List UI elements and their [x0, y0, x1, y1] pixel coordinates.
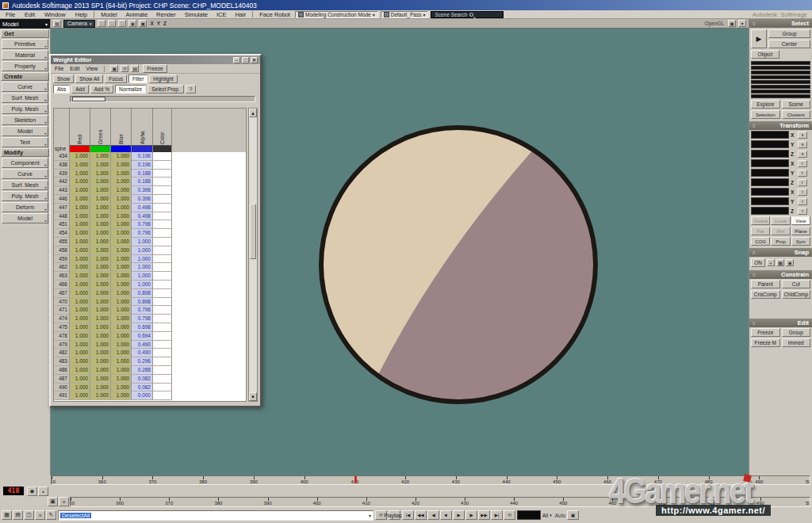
transform-value-field[interactable] [751, 207, 789, 215]
all-dropdown[interactable]: All ▾ [542, 513, 552, 518]
cell-rgb-value[interactable]: 1.000 [111, 366, 132, 375]
table-row[interactable]: 4661.0001.0001.0001.000 [54, 281, 246, 289]
cell-rgb-value[interactable]: 1.000 [111, 306, 132, 315]
cell-rgb-value[interactable]: 1.000 [90, 391, 111, 400]
we-abs-button[interactable]: Abs [53, 85, 70, 94]
menu-window[interactable]: Window [42, 11, 68, 18]
construction-mode-dropdown[interactable]: Modeling Construction Mode ▾ [295, 11, 378, 18]
sidebar-item-primitive[interactable]: Primitive▸ [2, 39, 48, 49]
explore-button[interactable]: Explore [751, 100, 780, 109]
sidebar-item-deform[interactable]: Deform▸ [2, 202, 48, 212]
column-header-color[interactable]: Color [153, 109, 172, 152]
viewport-resize-icon[interactable]: ▣ [728, 20, 736, 27]
chldcomp-button[interactable]: ChldComp [782, 290, 811, 299]
menu-edit[interactable]: Edit [22, 11, 37, 18]
cell-rgb-value[interactable]: 1.000 [90, 161, 111, 170]
scene-search-input[interactable]: Scene Search [431, 11, 504, 18]
sidebar-item-poly-mesh[interactable]: Poly. Mesh▸ [2, 191, 48, 201]
cell-rgb-value[interactable]: 1.000 [70, 323, 90, 332]
cell-alpha-value[interactable]: 0.898 [132, 289, 153, 298]
cell-color[interactable] [153, 263, 172, 272]
cell-rgb-value[interactable]: 1.000 [90, 357, 111, 366]
cell-color[interactable] [153, 315, 172, 323]
snap-grid-icon[interactable]: ▦ [776, 259, 784, 266]
cell-rgb-value[interactable]: 1.000 [111, 238, 132, 246]
cell-rgb-value[interactable]: 1.000 [90, 384, 111, 392]
prev-frame-button[interactable]: ◀ [427, 510, 439, 520]
axis-toggle-x[interactable]: X [149, 21, 154, 26]
menu-render[interactable]: Render [154, 11, 178, 18]
table-row[interactable]: 4631.0001.0001.0001.000 [54, 272, 246, 281]
cell-alpha-value[interactable]: 0.188 [132, 170, 153, 178]
cell-color[interactable] [153, 298, 172, 307]
cell-rgb-value[interactable]: 1.000 [111, 229, 132, 238]
we-filter-button[interactable]: Filter [128, 74, 147, 83]
filter-bar[interactable] [751, 71, 810, 74]
menu-hair[interactable]: Hair [232, 11, 248, 18]
cell-rgb-value[interactable]: 1.000 [111, 384, 132, 392]
cell-rgb-value[interactable]: 1.000 [70, 281, 90, 289]
table-row[interactable]: 4831.0001.0001.0000.296 [54, 357, 246, 366]
transform-tool-button-r[interactable]: r [798, 179, 807, 186]
table-row[interactable]: 4421.0001.0001.0000.188 [54, 178, 246, 186]
cell-alpha-value[interactable]: 0.490 [132, 349, 153, 357]
group-button[interactable]: Group [768, 29, 810, 38]
cell-rgb-value[interactable]: 1.000 [90, 246, 111, 255]
column-header-blue[interactable]: Blue [111, 109, 132, 152]
cell-color[interactable] [153, 289, 172, 298]
table-row[interactable]: 4541.0001.0001.0000.796 [54, 229, 246, 238]
cell-alpha-value[interactable]: 0.188 [132, 178, 153, 186]
layout-icon[interactable]: ▦ [2, 510, 12, 520]
cell-rgb-value[interactable]: 1.000 [90, 152, 111, 161]
we-show-button[interactable]: Show [53, 74, 74, 83]
minimize-icon[interactable]: ─ [233, 57, 240, 63]
cell-rgb-value[interactable]: 1.000 [70, 186, 90, 195]
cell-color[interactable] [153, 357, 172, 366]
marker-icon[interactable]: ▪ [38, 487, 48, 496]
cell-rgb-value[interactable]: 1.000 [70, 204, 90, 212]
cell-rgb-value[interactable]: 1.000 [70, 349, 90, 357]
object-button[interactable]: Object [751, 50, 779, 59]
cell-color[interactable] [153, 152, 172, 161]
toolbar-mode-dropdown[interactable]: Model ▾ [0, 19, 50, 29]
table-row[interactable]: 4341.0001.0001.0000.196 [54, 152, 246, 161]
cell-alpha-value[interactable]: 0.796 [132, 229, 153, 238]
cell-alpha-value[interactable]: 0.498 [132, 212, 153, 221]
cell-rgb-value[interactable]: 1.000 [70, 289, 90, 298]
cell-rgb-value[interactable]: 1.000 [70, 170, 90, 178]
cell-rgb-value[interactable]: 1.000 [90, 263, 111, 272]
memo-cam-icon-1[interactable]: □ [98, 20, 105, 27]
playhead-marker[interactable] [354, 476, 357, 483]
cell-rgb-value[interactable]: 1.000 [111, 391, 132, 400]
cell-color[interactable] [153, 170, 172, 178]
view-button[interactable]: View [791, 216, 810, 225]
sidebar-item-surf-mesh[interactable]: Surf. Mesh▸ [2, 93, 48, 103]
cell-color[interactable] [153, 375, 172, 384]
cell-rgb-value[interactable]: 1.000 [90, 272, 111, 281]
cell-rgb-value[interactable]: 1.000 [90, 289, 111, 298]
clusters-button[interactable]: Clusters [782, 110, 811, 119]
cell-rgb-value[interactable]: 1.000 [90, 332, 111, 341]
split-view-icon[interactable]: ◫ [24, 510, 34, 520]
cell-rgb-value[interactable]: 1.000 [111, 212, 132, 221]
we--button[interactable]: ? [186, 85, 197, 94]
prop-button[interactable]: Prop [771, 237, 790, 246]
last-frame-button[interactable]: ▶| [491, 510, 503, 520]
cell-alpha-value[interactable]: 0.490 [132, 341, 153, 349]
memo-cam-icon-2[interactable]: □ [108, 20, 116, 27]
we-select-prop-button[interactable]: Select Prop. [147, 85, 183, 94]
sidebar-item-model[interactable]: Model▸ [2, 213, 48, 223]
cell-alpha-value[interactable]: 0.196 [132, 161, 153, 170]
cell-rgb-value[interactable]: 1.000 [70, 272, 90, 281]
cell-rgb-value[interactable]: 1.000 [90, 375, 111, 384]
weight-slider[interactable] [70, 96, 255, 102]
snap-point-icon[interactable]: + [767, 259, 775, 266]
cell-color[interactable] [153, 341, 172, 349]
playback-options-button[interactable]: Playback [389, 510, 400, 520]
viewport-solo-icon[interactable]: ▾ [738, 20, 746, 27]
cell-rgb-value[interactable]: 1.000 [70, 161, 90, 170]
table-row[interactable]: 4701.0001.0001.0000.898 [54, 298, 246, 307]
transform-value-field[interactable] [751, 159, 789, 167]
cell-color[interactable] [153, 272, 172, 281]
cell-rgb-value[interactable]: 1.000 [70, 195, 90, 204]
